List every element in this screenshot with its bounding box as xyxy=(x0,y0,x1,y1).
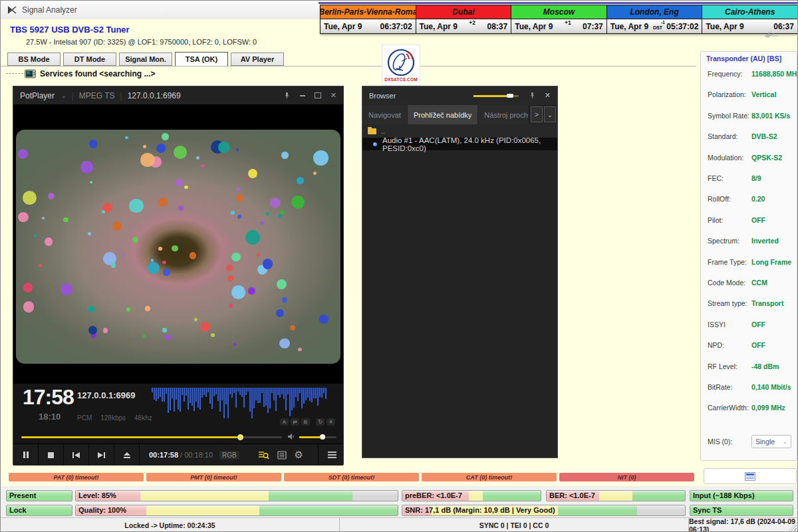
volume-knob[interactable] xyxy=(320,434,325,440)
spectrum-bar xyxy=(263,388,265,407)
seek-knob[interactable] xyxy=(237,434,243,440)
video-dot xyxy=(194,318,198,322)
slider-knob[interactable] xyxy=(507,94,513,98)
slider-fill xyxy=(473,95,509,97)
spectrum-bar xyxy=(164,388,165,402)
spectrum-bar xyxy=(295,388,297,397)
transponder-label: CarrierWidth: xyxy=(708,404,751,412)
spectrum-bar xyxy=(261,388,263,393)
tab-list-dropdown-button[interactable]: ⌄ xyxy=(544,106,556,122)
opacity-slider[interactable] xyxy=(473,95,519,97)
video-dot xyxy=(248,287,255,295)
video-dot xyxy=(126,307,130,311)
minimize-icon[interactable] xyxy=(300,95,305,96)
video-dot xyxy=(184,186,188,189)
spectrum-bar xyxy=(194,388,195,411)
previous-button[interactable] xyxy=(64,444,89,466)
window-lines-icon xyxy=(745,472,755,481)
browser-tab-0[interactable]: Navigovat xyxy=(362,105,408,124)
volume-bar[interactable] xyxy=(299,436,336,438)
ab-button-2[interactable]: B xyxy=(301,418,310,426)
spectrum-bar xyxy=(255,388,257,400)
dxsatcs-logo: DXSATCS.COM xyxy=(382,45,420,86)
spectrum-bar xyxy=(297,388,299,401)
video-dot xyxy=(148,262,160,274)
close-icon[interactable]: ✕ xyxy=(331,91,336,100)
video-dot xyxy=(90,181,92,184)
meter-level: Level: 85% xyxy=(75,490,398,501)
transponder-label: Modulation: xyxy=(708,154,751,162)
tab-tsa-ok[interactable]: TSA (OK) xyxy=(175,52,228,66)
transponder-label: RollOff: xyxy=(708,195,751,203)
clock-date: Tue, Apr 9 xyxy=(610,22,648,31)
browser-titlebar[interactable]: Browser ✕ xyxy=(362,86,557,105)
video-dot xyxy=(45,237,53,245)
potplayer-app-name[interactable]: PotPlayer xyxy=(20,91,55,100)
pause-button[interactable] xyxy=(13,444,39,466)
meter-ber: BER: <1.0E-7 xyxy=(546,490,686,501)
audio-track-item[interactable]: Audio #1 - AAC(LATM), 24.0 kHz (PID:0x00… xyxy=(362,138,557,150)
menu-icon[interactable] xyxy=(318,444,336,466)
video-dot xyxy=(158,198,168,207)
transponder-value: Transport xyxy=(751,299,783,307)
tab-bs-mode[interactable]: BS Mode xyxy=(7,53,61,66)
potplayer-titlebar[interactable]: PotPlayer ⌄ | MPEG TS | 127.0.0.1:6969 ✕ xyxy=(13,86,343,104)
volume-icon[interactable] xyxy=(287,433,295,440)
clock-column-berlin-paris-vienna-roma: Berlin-Paris-Vienna-RomaTue, Apr 906:37:… xyxy=(320,5,416,34)
seek-bar[interactable] xyxy=(21,436,282,438)
pin-icon[interactable] xyxy=(283,92,291,99)
video-dot xyxy=(298,348,301,351)
stop-button[interactable] xyxy=(39,444,64,466)
maximize-icon[interactable] xyxy=(315,92,321,98)
mis-dropdown[interactable]: Single ⌄ xyxy=(751,435,791,448)
ts-view-button[interactable] xyxy=(704,468,797,484)
video-dot xyxy=(143,145,146,148)
playlist-icon[interactable] xyxy=(277,451,287,460)
chevron-down-icon[interactable]: ⌄ xyxy=(61,92,66,99)
spectrum-bar xyxy=(301,388,303,408)
clock-column-cairo-athens: Cairo-AthensTue, Apr 906:37 xyxy=(702,5,798,34)
eject-button[interactable] xyxy=(114,444,140,466)
close-icon[interactable]: ✕ xyxy=(545,91,551,100)
clock-time: 07:37 xyxy=(583,22,603,31)
scan-search-icon[interactable] xyxy=(258,450,269,460)
browser-tab-1[interactable]: Prohlížeč nabídky xyxy=(408,105,478,124)
video-frame xyxy=(16,130,340,364)
tab-signal-mon[interactable]: Signal Mon. xyxy=(119,53,172,66)
tab-dt-mode[interactable]: DT Mode xyxy=(63,53,116,66)
video-dot xyxy=(227,275,233,281)
tab-scroll-next-button[interactable]: > xyxy=(531,106,543,122)
ab-button-4[interactable]: ✕ xyxy=(327,418,335,426)
audio-meta: PCM 128kbps 48khz xyxy=(77,414,152,422)
divider xyxy=(1,66,696,66)
transponder-value: DVB-S2 xyxy=(751,132,777,140)
spectrum-bar xyxy=(156,388,157,401)
video-dot xyxy=(263,259,273,269)
transponder-label: ISSYI xyxy=(708,321,751,329)
transponder-value: -48 dBm xyxy=(751,362,779,370)
video-dot xyxy=(39,264,42,267)
ab-button-1[interactable]: ⇄ xyxy=(291,418,299,426)
pin-icon[interactable] xyxy=(529,92,536,99)
video-dot xyxy=(88,306,95,313)
ab-button-3[interactable]: ↻ xyxy=(316,418,325,426)
transponder-value: 8/9 xyxy=(751,174,761,182)
video-area[interactable] xyxy=(13,104,343,384)
next-button[interactable] xyxy=(89,444,114,466)
spectrum-bar xyxy=(170,388,171,410)
spectrum-bar xyxy=(319,388,321,397)
ab-button-0[interactable]: A xyxy=(280,418,289,426)
spectrum-bar xyxy=(249,388,251,412)
tab-av-player[interactable]: AV Player xyxy=(231,53,284,66)
browser-tab-2[interactable]: Nástroj procházení titu... xyxy=(478,105,528,124)
video-dot xyxy=(89,140,97,148)
dst-label: DST-1 xyxy=(653,25,662,31)
gear-icon[interactable]: ⚙ xyxy=(295,449,303,461)
ts-table-nit-0: NIT (0) xyxy=(559,473,694,481)
spectrum-bar xyxy=(293,388,295,408)
elapsed-time-large: 17:58 xyxy=(23,385,74,410)
current-time: 00:17:58 xyxy=(149,451,178,459)
spectrum-bar xyxy=(285,388,287,410)
browser-window: Browser ✕ NavigovatProhlížeč nabídkyNást… xyxy=(362,86,558,458)
spectrum-bar xyxy=(267,388,269,413)
